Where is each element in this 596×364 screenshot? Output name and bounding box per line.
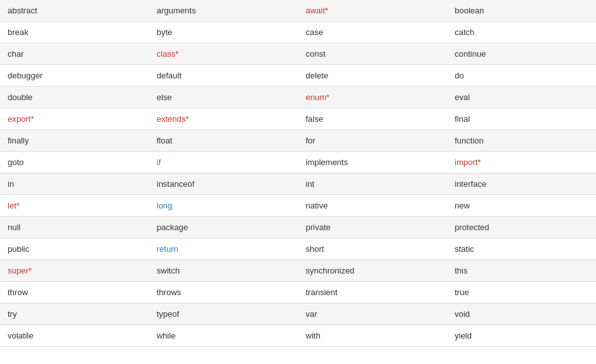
table-cell: break (0, 22, 149, 43)
table-cell: return (149, 238, 298, 260)
table-cell: function (447, 130, 596, 152)
table-cell: super* (0, 260, 149, 282)
table-cell: case (298, 22, 447, 43)
table-cell: true (447, 282, 596, 303)
table-cell: this (447, 260, 596, 282)
table-cell: class* (149, 43, 298, 65)
table-cell: extends* (149, 108, 298, 130)
table-row: debuggerdefaultdeletedo (0, 65, 596, 87)
table-cell: if (149, 152, 298, 173)
table-cell: private (298, 217, 447, 238)
table-row: volatilewhilewithyield (0, 325, 596, 347)
table-row: export*extends*falsefinal (0, 108, 596, 130)
table-cell: transient (298, 282, 447, 303)
table-cell: let* (0, 195, 149, 217)
table-row: gotoifimplementsimport* (0, 152, 596, 173)
table-cell: enum* (298, 87, 447, 108)
table-row: throwthrowstransienttrue (0, 282, 596, 303)
table-cell: yield (447, 325, 596, 347)
table-cell: protected (447, 217, 596, 238)
table-cell: synchronized (298, 260, 447, 282)
table-cell: finally (0, 130, 149, 152)
table-cell: short (298, 238, 447, 260)
table-cell: volatile (0, 325, 149, 347)
table-cell: implements (298, 152, 447, 173)
table-row: trytypeofvarvoid (0, 303, 596, 325)
table-row: finallyfloatforfunction (0, 130, 596, 152)
table-cell: switch (149, 260, 298, 282)
table-cell: else (149, 87, 298, 108)
table-row: let*longnativenew (0, 195, 596, 217)
keywords-table: abstractargumentsawait*booleanbreakbytec… (0, 0, 596, 347)
table-row: charclass*constcontinue (0, 43, 596, 65)
table-cell: float (149, 130, 298, 152)
table-cell: do (447, 65, 596, 87)
table-cell: arguments (149, 0, 298, 22)
table-cell: const (298, 43, 447, 65)
table-cell: with (298, 325, 447, 347)
table-row: super*switchsynchronizedthis (0, 260, 596, 282)
table-cell: export* (0, 108, 149, 130)
table-cell: try (0, 303, 149, 325)
table-cell: instanceof (149, 173, 298, 195)
table-cell: byte (149, 22, 298, 43)
table-cell: interface (447, 173, 596, 195)
table-cell: void (447, 303, 596, 325)
table-cell: boolean (447, 0, 596, 22)
table-row: ininstanceofintinterface (0, 173, 596, 195)
table-cell: public (0, 238, 149, 260)
table-cell: package (149, 217, 298, 238)
table-row: breakbytecasecatch (0, 22, 596, 43)
table-cell: new (447, 195, 596, 217)
table-row: nullpackageprivateprotected (0, 217, 596, 238)
table-cell: debugger (0, 65, 149, 87)
table-cell: int (298, 173, 447, 195)
table-cell: default (149, 65, 298, 87)
table-cell: continue (447, 43, 596, 65)
table-cell: throws (149, 282, 298, 303)
table-cell: eval (447, 87, 596, 108)
table-cell: static (447, 238, 596, 260)
table-cell: while (149, 325, 298, 347)
table-cell: throw (0, 282, 149, 303)
table-cell: char (0, 43, 149, 65)
table-cell: import* (447, 152, 596, 173)
table-cell: delete (298, 65, 447, 87)
table-cell: long (149, 195, 298, 217)
table-cell: null (0, 217, 149, 238)
table-cell: native (298, 195, 447, 217)
table-cell: goto (0, 152, 149, 173)
table-cell: double (0, 87, 149, 108)
table-cell: await* (298, 0, 447, 22)
table-row: abstractargumentsawait*boolean (0, 0, 596, 22)
table-cell: false (298, 108, 447, 130)
table-cell: abstract (0, 0, 149, 22)
table-cell: final (447, 108, 596, 130)
table-cell: var (298, 303, 447, 325)
table-cell: typeof (149, 303, 298, 325)
table-cell: catch (447, 22, 596, 43)
table-cell: for (298, 130, 447, 152)
table-row: doubleelseenum*eval (0, 87, 596, 108)
table-row: publicreturnshortstatic (0, 238, 596, 260)
table-cell: in (0, 173, 149, 195)
